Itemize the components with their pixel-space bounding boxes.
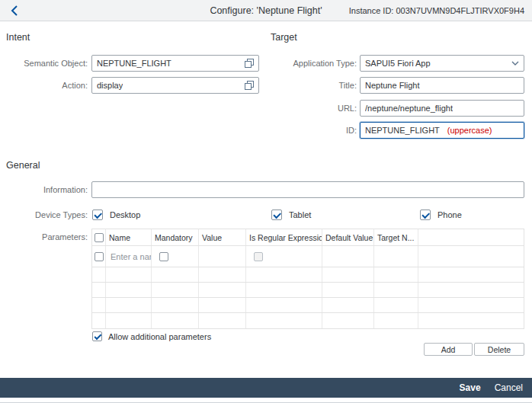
url-value: /neptune/neptune_flight xyxy=(365,104,453,113)
select-all-checkbox[interactable] xyxy=(95,233,104,242)
device-types-label: Device Types: xyxy=(0,206,88,223)
allow-additional-checkbox[interactable] xyxy=(92,331,102,341)
application-type-value: SAPUI5 Fiori App xyxy=(365,59,431,68)
parameter-row: Enter a nam xyxy=(92,246,524,267)
id-value: NEPTUNE_FLIGHT xyxy=(365,126,440,135)
chevron-down-icon xyxy=(511,61,519,66)
phone-checkbox[interactable] xyxy=(420,209,431,220)
col-header-target-name: Target N... xyxy=(374,229,418,245)
col-header-value: Value xyxy=(199,229,246,245)
desktop-checkbox[interactable] xyxy=(92,209,103,220)
information-label: Information: xyxy=(0,181,88,198)
col-header-mandatory: Mandatory xyxy=(152,229,199,245)
title-value: Neptune Flight xyxy=(365,81,420,90)
configure-dialog: Configure: 'Neptune Flight' Instance ID:… xyxy=(0,0,532,403)
id-uppercase-hint: (uppercase) xyxy=(447,126,492,135)
param-target-cell[interactable] xyxy=(374,246,418,267)
param-default-cell[interactable] xyxy=(322,246,374,267)
title-input[interactable]: Neptune Flight xyxy=(360,77,524,94)
mandatory-checkbox[interactable] xyxy=(159,252,168,261)
id-label: ID: xyxy=(271,122,357,139)
device-type-tablet: Tablet xyxy=(271,209,311,221)
param-name-input[interactable]: Enter a nam xyxy=(106,252,151,261)
allow-additional-parameters: Allow additional parameters xyxy=(92,331,211,341)
regex-checkbox xyxy=(254,252,263,261)
section-title-target: Target xyxy=(271,32,297,43)
device-type-phone: Phone xyxy=(420,209,462,221)
device-type-desktop: Desktop xyxy=(92,209,140,221)
desktop-label: Desktop xyxy=(110,210,140,219)
value-help-icon[interactable] xyxy=(245,81,254,90)
parameters-header-row: Name Mandatory Value Is Regular Expressi… xyxy=(92,229,524,246)
url-input[interactable]: /neptune/neptune_flight xyxy=(360,100,524,117)
delete-button[interactable]: Delete xyxy=(474,343,524,356)
dialog-header: Configure: 'Neptune Flight' Instance ID:… xyxy=(0,0,532,21)
param-value-cell[interactable] xyxy=(199,246,246,267)
empty-row xyxy=(92,298,524,313)
semantic-object-label: Semantic Object: xyxy=(0,55,88,72)
row-select-checkbox[interactable] xyxy=(95,252,104,261)
empty-row xyxy=(92,283,524,298)
col-header-regex: Is Regular Expression xyxy=(246,229,322,245)
action-input[interactable]: display xyxy=(91,77,259,94)
empty-row xyxy=(92,313,524,328)
action-value: display xyxy=(97,81,123,90)
section-title-intent: Intent xyxy=(6,32,30,43)
parameters-label: Parameters: xyxy=(0,229,88,245)
title-label: Title: xyxy=(271,77,357,94)
section-title-general: General xyxy=(6,160,40,171)
footer-bar: Save Cancel xyxy=(0,378,532,398)
tablet-label: Tablet xyxy=(289,210,311,219)
information-input[interactable] xyxy=(91,181,524,198)
instance-id: Instance ID: 003N7UVMN9D4FLJTIRVX0F9H4 xyxy=(349,0,524,21)
cancel-button[interactable]: Cancel xyxy=(495,382,523,393)
phone-label: Phone xyxy=(437,210,462,219)
semantic-object-input[interactable]: NEPTUNE_FLIGHT xyxy=(91,55,259,72)
add-button[interactable]: Add xyxy=(424,343,473,356)
col-header-default-value: Default Value xyxy=(322,229,374,245)
tablet-checkbox[interactable] xyxy=(271,209,282,220)
parameters-table: Name Mandatory Value Is Regular Expressi… xyxy=(91,229,524,329)
application-type-label: Application Type: xyxy=(271,55,357,72)
url-label: URL: xyxy=(271,100,357,117)
col-header-name: Name xyxy=(106,229,152,245)
semantic-object-value: NEPTUNE_FLIGHT xyxy=(97,59,171,68)
action-label: Action: xyxy=(0,77,88,94)
save-button[interactable]: Save xyxy=(460,382,481,393)
application-type-select[interactable]: SAPUI5 Fiori App xyxy=(360,55,524,72)
empty-row xyxy=(92,267,524,283)
id-input[interactable]: NEPTUNE_FLIGHT (uppercase) xyxy=(360,122,524,139)
allow-additional-label: Allow additional parameters xyxy=(108,332,211,341)
value-help-icon[interactable] xyxy=(245,59,254,68)
